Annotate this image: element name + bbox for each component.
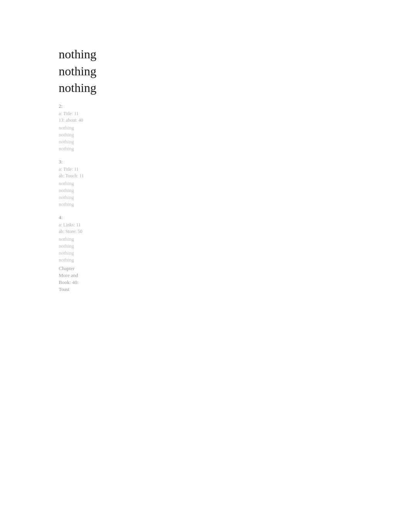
section-2-nothing-1: nothing: [59, 180, 410, 187]
section-3-nothing-4: nothing: [59, 257, 410, 263]
title-3: nothing: [59, 80, 410, 96]
section-2-meta2: ab: Touch: 11: [59, 173, 410, 179]
footer-line-2: Book: 40:: [59, 279, 410, 286]
section-1-nothing-4: nothing: [59, 146, 410, 152]
section-2-nothing-3: nothing: [59, 194, 410, 201]
section-1-meta2: 13: about: 40: [59, 117, 410, 123]
section-2-nothing-4: nothing: [59, 201, 410, 207]
title-1: nothing: [59, 46, 410, 63]
footer-block: Chapter More and Book: 40: Toast: [59, 265, 410, 292]
section-3-nothing-3: nothing: [59, 250, 410, 256]
main-titles: nothing nothing nothing: [59, 46, 410, 96]
section-3-number: 4:: [59, 214, 410, 221]
title-2: nothing: [59, 63, 410, 80]
section-2-number: 3:: [59, 159, 410, 165]
section-1-number: 2:: [59, 103, 410, 109]
section-3-nothing-2: nothing: [59, 243, 410, 249]
footer-line-3: Toast: [59, 286, 410, 292]
section-2: 3: a: Title: 11 ab: Touch: 11 nothing no…: [59, 159, 410, 207]
section-1-meta1: a: Title: 11: [59, 111, 410, 117]
footer-chapter: Chapter: [59, 265, 410, 272]
section-3: 4: a: Links: 11 ab: Store: 50 nothing no…: [59, 214, 410, 263]
page-content: nothing nothing nothing 2: a: Title: 11 …: [59, 46, 410, 292]
footer-line-1: More and: [59, 272, 410, 279]
section-2-nothing-2: nothing: [59, 187, 410, 194]
section-1-nothing-2: nothing: [59, 132, 410, 138]
sections-container: 2: a: Title: 11 13: about: 40 nothing no…: [59, 103, 410, 263]
section-2-meta1: a: Title: 11: [59, 167, 410, 172]
section-1: 2: a: Title: 11 13: about: 40 nothing no…: [59, 103, 410, 152]
section-3-nothing-1: nothing: [59, 236, 410, 242]
section-1-nothing-3: nothing: [59, 139, 410, 145]
section-3-meta1: a: Links: 11: [59, 222, 410, 228]
section-1-nothing-1: nothing: [59, 125, 410, 131]
section-3-meta2: ab: Store: 50: [59, 229, 410, 235]
